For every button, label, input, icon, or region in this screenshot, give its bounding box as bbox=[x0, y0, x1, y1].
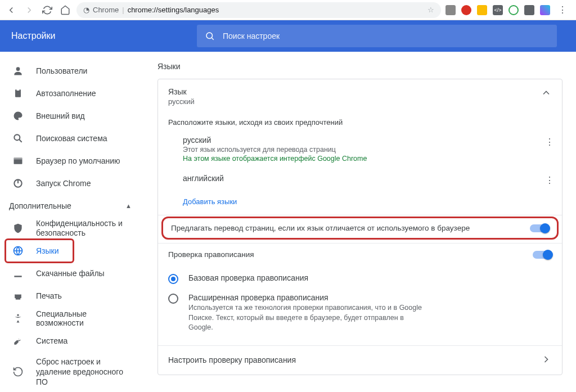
sidebar-item-label: Система bbox=[36, 336, 68, 345]
reload-button[interactable] bbox=[40, 3, 54, 17]
search-icon bbox=[205, 31, 215, 41]
svg-rect-3 bbox=[17, 89, 20, 91]
clipboard-icon bbox=[12, 88, 24, 99]
svg-rect-10 bbox=[16, 292, 20, 294]
spellcheck-toggle[interactable] bbox=[533, 251, 552, 259]
svg-rect-11 bbox=[16, 298, 20, 300]
extension-icon[interactable] bbox=[477, 5, 487, 15]
sidebar-item-downloads[interactable]: Скачанные файлы bbox=[0, 262, 144, 285]
radio-subtext: Используется та же технология проверки п… bbox=[188, 303, 430, 333]
chevron-right-icon bbox=[541, 354, 552, 367]
sidebar-item-accessibility[interactable]: Специальные возможности bbox=[0, 307, 144, 330]
sidebar-item-languages[interactable]: Языки bbox=[0, 240, 144, 262]
radio-label: Базовая проверка правописания bbox=[188, 273, 308, 282]
extension-icon[interactable] bbox=[524, 5, 534, 15]
section-title-languages: Языки bbox=[158, 62, 562, 71]
url-path: chrome://settings/languages bbox=[128, 6, 219, 14]
more-menu-icon[interactable]: ⋮ bbox=[545, 175, 554, 186]
sidebar-item-autofill[interactable]: Автозаполнение bbox=[0, 82, 144, 105]
sidebar-item-label: Языки bbox=[36, 246, 59, 255]
sidebar-item-default-browser[interactable]: Браузер по умолчанию bbox=[0, 150, 144, 172]
download-icon bbox=[12, 268, 24, 279]
browser-menu-icon[interactable]: ⋮ bbox=[556, 3, 569, 17]
home-button[interactable] bbox=[58, 3, 72, 17]
customize-spellcheck-link[interactable]: Настроить проверку правописания bbox=[158, 345, 562, 375]
url-bar[interactable]: ◔ Chrome | chrome://settings/languages ☆ bbox=[76, 2, 441, 18]
spellcheck-toggle-label: Проверка правописания bbox=[168, 250, 254, 259]
extension-icons: </> ⋮ bbox=[446, 3, 572, 17]
language-ui-note: На этом языке отображается интерфейс Goo… bbox=[183, 155, 367, 163]
language-head-sub: русский bbox=[168, 97, 195, 106]
extension-icon[interactable] bbox=[540, 5, 550, 15]
sidebar-item-reset[interactable]: Сброс настроек и удаление вредоносного П… bbox=[0, 352, 144, 392]
search-placeholder: Поиск настроек bbox=[223, 31, 280, 40]
more-menu-icon[interactable]: ⋮ bbox=[545, 137, 554, 147]
url-scheme: Chrome bbox=[93, 6, 119, 14]
extension-icon[interactable] bbox=[446, 5, 456, 15]
sidebar-item-label: Скачанные файлы bbox=[36, 269, 105, 278]
svg-point-0 bbox=[206, 33, 213, 39]
extension-icon[interactable]: </> bbox=[493, 5, 503, 15]
language-order-instruction: Расположите языки, исходя из своих предп… bbox=[158, 112, 562, 130]
sidebar-item-print[interactable]: Печать bbox=[0, 285, 144, 307]
shield-icon bbox=[12, 223, 24, 234]
chevron-up-icon bbox=[541, 87, 552, 101]
power-icon bbox=[12, 178, 24, 189]
person-icon bbox=[12, 65, 24, 76]
sidebar-item-label: Конфиденциальность и безопасность bbox=[36, 219, 132, 238]
star-bookmark-icon[interactable]: ☆ bbox=[428, 6, 434, 14]
sidebar-item-label: Пользователи bbox=[36, 66, 87, 75]
sidebar-item-privacy[interactable]: Конфиденциальность и безопасность bbox=[0, 217, 144, 240]
browser-icon bbox=[12, 155, 24, 166]
printer-icon bbox=[12, 290, 24, 301]
translate-toggle[interactable] bbox=[530, 224, 549, 232]
sidebar-item-users[interactable]: Пользователи bbox=[0, 60, 144, 82]
spellcheck-advanced-option[interactable]: Расширенная проверка правописания Исполь… bbox=[158, 289, 562, 337]
url-separator: | bbox=[122, 6, 124, 14]
sidebar-item-search[interactable]: Поисковая система bbox=[0, 127, 144, 150]
chevron-up-icon: ▲ bbox=[125, 202, 132, 209]
radio-unchecked-icon bbox=[168, 294, 178, 304]
spellcheck-basic-option[interactable]: Базовая проверка правописания bbox=[158, 269, 562, 289]
search-icon bbox=[12, 133, 24, 144]
sidebar-item-startup[interactable]: Запуск Chrome bbox=[0, 172, 144, 195]
page-title: Настройки bbox=[11, 31, 197, 41]
language-row-russian: русский Этот язык используется для перев… bbox=[158, 130, 562, 168]
language-name: русский bbox=[183, 136, 367, 145]
reset-icon bbox=[12, 366, 24, 377]
language-row-english: английский ⋮ bbox=[158, 168, 562, 190]
sidebar-section-advanced[interactable]: Дополнительные ▲ bbox=[0, 195, 144, 217]
radio-checked-icon bbox=[168, 274, 178, 284]
sidebar-item-label: Печать bbox=[36, 291, 62, 300]
sidebar-section-label: Дополнительные bbox=[9, 201, 71, 210]
footer-link-label: Настроить проверку правописания bbox=[168, 355, 296, 364]
svg-point-1 bbox=[16, 67, 20, 71]
extension-icon[interactable] bbox=[508, 5, 519, 15]
sidebar-item-label: Поисковая система bbox=[36, 134, 107, 143]
site-info-icon[interactable]: ◔ bbox=[83, 6, 89, 14]
language-name: английский bbox=[183, 174, 224, 183]
back-button[interactable] bbox=[4, 3, 18, 17]
sidebar-item-system[interactable]: Система bbox=[0, 330, 144, 352]
palette-icon bbox=[12, 110, 24, 121]
svg-rect-6 bbox=[14, 157, 22, 159]
svg-point-12 bbox=[17, 314, 19, 316]
extension-icon[interactable] bbox=[461, 5, 471, 15]
sidebar-item-appearance[interactable]: Внешний вид bbox=[0, 105, 144, 127]
language-expand-row[interactable]: Язык русский bbox=[158, 79, 562, 112]
languages-card: Язык русский Расположите языки, исходя и… bbox=[158, 79, 562, 375]
sidebar-item-label: Внешний вид bbox=[36, 111, 85, 120]
sidebar-item-label: Специальные возможности bbox=[36, 309, 132, 327]
sidebar-item-label: Браузер по умолчанию bbox=[36, 156, 120, 165]
sidebar-item-label: Запуск Chrome bbox=[36, 179, 91, 188]
svg-rect-2 bbox=[15, 89, 21, 97]
spellcheck-radio-group: Базовая проверка правописания Расширенна… bbox=[158, 265, 562, 345]
forward-button[interactable] bbox=[22, 3, 36, 17]
svg-point-4 bbox=[14, 134, 20, 140]
settings-search-input[interactable]: Поиск настроек bbox=[197, 25, 557, 47]
wrench-icon bbox=[12, 335, 24, 346]
add-languages-link[interactable]: Добавить языки bbox=[158, 190, 562, 215]
language-head-title: Язык bbox=[168, 87, 195, 96]
settings-header: Настройки Поиск настроек bbox=[0, 20, 576, 52]
browser-toolbar: ◔ Chrome | chrome://settings/languages ☆… bbox=[0, 0, 576, 20]
